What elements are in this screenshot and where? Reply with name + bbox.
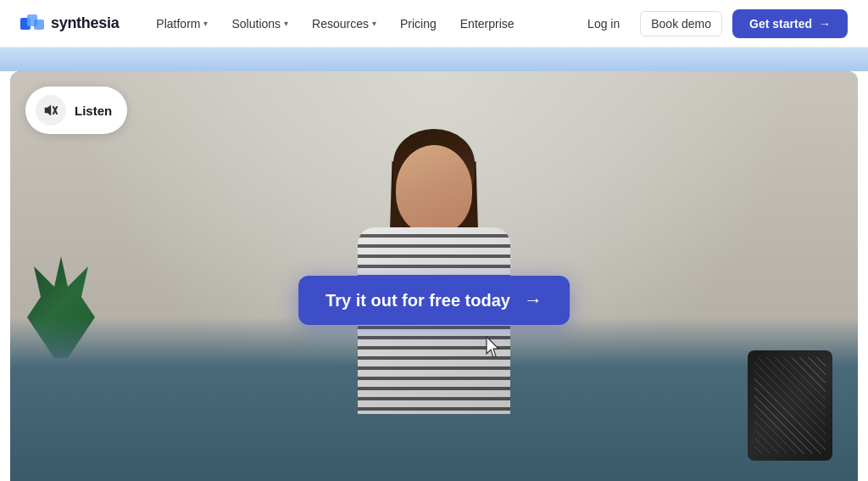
nav-item-resources[interactable]: Resources ▾ xyxy=(302,12,387,36)
cta-label: Try it out for free today xyxy=(326,291,510,310)
logo-text: synthesia xyxy=(51,14,119,32)
pillow-decoration xyxy=(748,350,832,461)
listen-button[interactable]: Listen xyxy=(25,87,127,134)
try-free-button[interactable]: Try it out for free today → xyxy=(298,276,570,325)
get-started-button[interactable]: Get started → xyxy=(732,9,848,38)
nav-links: Platform ▾ Solutions ▾ Resources ▾ Prici… xyxy=(146,12,577,36)
started-arrow-icon: → xyxy=(819,17,831,31)
pillow-pattern xyxy=(754,357,826,454)
nav-item-solutions[interactable]: Solutions ▾ xyxy=(221,12,298,36)
solutions-chevron-icon: ▾ xyxy=(284,19,288,28)
nav-item-enterprise[interactable]: Enterprise xyxy=(450,12,525,36)
logo[interactable]: synthesia xyxy=(20,14,119,33)
svg-rect-2 xyxy=(34,20,44,30)
navbar: synthesia Platform ▾ Solutions ▾ Resourc… xyxy=(0,0,868,48)
hero-section: Listen Try it out for free today → xyxy=(10,71,858,481)
nav-right: Log in Book demo Get started → xyxy=(577,9,848,38)
login-button[interactable]: Log in xyxy=(577,12,630,36)
book-demo-button[interactable]: Book demo xyxy=(640,11,722,36)
mute-icon xyxy=(36,95,66,126)
listen-label: Listen xyxy=(75,103,112,118)
platform-chevron-icon: ▾ xyxy=(203,19,208,28)
nav-item-pricing[interactable]: Pricing xyxy=(390,12,447,36)
resources-chevron-icon: ▾ xyxy=(372,19,376,28)
mouse-cursor xyxy=(485,335,505,362)
logo-icon xyxy=(20,14,44,33)
person-head xyxy=(396,145,472,234)
nav-item-platform[interactable]: Platform ▾ xyxy=(146,12,218,36)
cta-arrow-icon: → xyxy=(524,289,542,311)
blue-band xyxy=(0,48,868,71)
